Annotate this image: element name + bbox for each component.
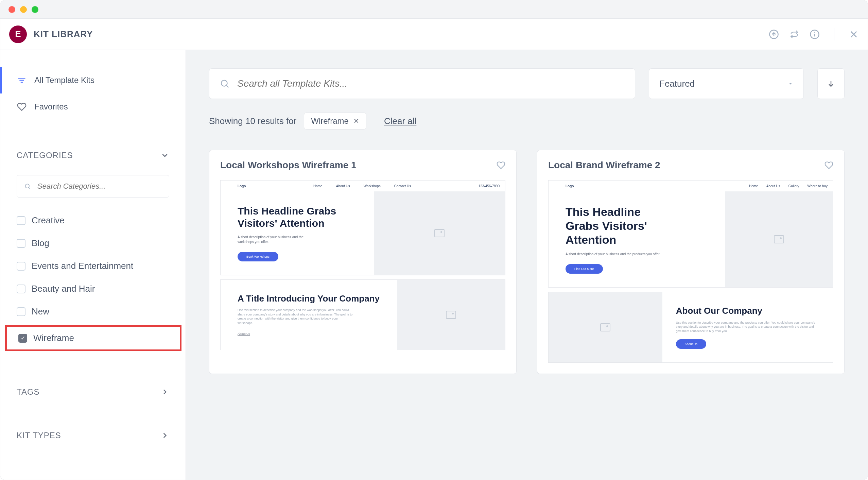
category-label: New	[32, 306, 49, 317]
filter-chip-wireframe: Wireframe ✕	[304, 113, 366, 130]
categories-toggle[interactable]: CATEGORIES	[17, 151, 169, 160]
preview-about-text: Use this section to describe your compan…	[238, 308, 353, 325]
preview-nav-link: Where to buy	[808, 184, 828, 188]
sort-selected: Featured	[659, 79, 695, 89]
search-input[interactable]	[237, 78, 625, 89]
search-icon	[220, 79, 230, 89]
brand-title: KIT LIBRARY	[34, 29, 93, 39]
svg-point-9	[25, 184, 29, 188]
kit-card[interactable]: Local Workshops Wireframe 1 Logo Home Ab	[209, 150, 517, 374]
category-creative[interactable]: Creative	[0, 209, 186, 232]
svg-marker-13	[789, 83, 792, 85]
tags-section: TAGS	[0, 377, 186, 404]
category-wireframe[interactable]: ✓ Wireframe	[7, 327, 180, 349]
refresh-icon[interactable]	[789, 29, 799, 39]
preview-logo: Logo	[238, 184, 246, 188]
checkbox	[17, 262, 25, 271]
preview-nav-link: Contact Us	[394, 184, 411, 188]
preview-nav-link: About Us	[336, 184, 350, 188]
preview-nav-link: Gallery	[788, 184, 799, 188]
preview-hero-button: Book Workshops	[238, 252, 278, 261]
close-icon[interactable]	[849, 29, 859, 39]
image-placeholder-icon	[434, 229, 445, 237]
app-header: E KIT LIBRARY	[0, 19, 868, 50]
category-beauty[interactable]: Beauty and Hair	[0, 277, 186, 300]
clear-all-link[interactable]: Clear all	[384, 116, 416, 126]
preview-hero-button: Find Out More	[566, 264, 603, 274]
category-search-input[interactable]	[17, 175, 169, 198]
info-icon[interactable]	[810, 29, 820, 39]
sort-dropdown[interactable]: Featured	[649, 68, 804, 99]
preview-phone: 123-456-7890	[479, 184, 500, 188]
category-label: Beauty and Hair	[32, 284, 95, 294]
preview-nav: Logo Home About Us Gallery Where to buy	[549, 181, 833, 191]
preview-about-link: About Us	[238, 332, 250, 336]
category-label: Wireframe	[33, 333, 74, 343]
image-placeholder-icon	[774, 235, 784, 243]
preview-nav-link: Home	[749, 184, 758, 188]
nav-all-template-kits[interactable]: All Template Kits	[0, 67, 186, 93]
window-minimize-dot[interactable]	[20, 6, 27, 13]
image-placeholder-icon	[446, 311, 456, 319]
checkbox	[17, 285, 25, 293]
search-box	[209, 68, 635, 99]
category-events[interactable]: Events and Entertainment	[0, 255, 186, 277]
preview-logo: Logo	[566, 184, 574, 188]
preview-about-title: A Title Introducing Your Company	[238, 293, 387, 304]
category-new[interactable]: New	[0, 300, 186, 323]
card-title: Local Brand Wireframe 2	[548, 160, 660, 171]
kit-preview: Logo Home About Us Gallery Where to buy	[537, 180, 844, 374]
preview-nav: Logo Home About Us Workshops Contact Us …	[221, 181, 505, 191]
window-maximize-dot[interactable]	[32, 6, 38, 13]
preview-hero-headline: This Headline Grabs Visitors' Attention	[566, 205, 674, 246]
category-search	[17, 175, 169, 198]
divider	[834, 28, 834, 40]
nav-favorites[interactable]: Favorites	[0, 93, 186, 120]
favorite-button[interactable]	[497, 161, 505, 170]
preview-nav-link: Home	[313, 184, 323, 188]
search-icon	[24, 183, 31, 190]
svg-point-11	[221, 80, 227, 86]
category-label: Creative	[32, 215, 65, 226]
kit-preview: Logo Home About Us Workshops Contact Us …	[209, 180, 516, 361]
categories-section: CATEGORIES	[0, 140, 186, 167]
nav-label: All Template Kits	[34, 75, 94, 85]
chip-label: Wireframe	[311, 116, 349, 126]
checkbox-checked: ✓	[18, 334, 27, 343]
chevron-right-icon	[160, 388, 169, 396]
tags-toggle[interactable]: TAGS	[17, 387, 169, 397]
svg-line-12	[227, 86, 228, 87]
filter-icon	[17, 75, 27, 85]
preview-about-title: About Our Company	[676, 306, 819, 316]
favorite-button[interactable]	[824, 161, 833, 170]
heart-icon	[17, 102, 27, 112]
checkbox	[17, 307, 25, 316]
preview-nav-link: Workshops	[364, 184, 381, 188]
upload-icon[interactable]	[769, 29, 779, 39]
sidebar: All Template Kits Favorites CATEGORIES	[0, 50, 186, 480]
highlighted-filter: ✓ Wireframe	[5, 325, 181, 351]
category-blog[interactable]: Blog	[0, 232, 186, 255]
svg-line-10	[29, 188, 30, 189]
preview-hero-headline: This Headline Grabs Visitors' Attention	[238, 205, 374, 229]
category-label: Events and Entertainment	[32, 261, 133, 271]
sort-direction-button[interactable]	[817, 68, 845, 99]
preview-nav-link: About Us	[766, 184, 780, 188]
kit-card[interactable]: Local Brand Wireframe 2 Logo Home About	[537, 150, 845, 374]
svg-point-3	[814, 32, 815, 32]
chevron-right-icon	[160, 431, 169, 440]
image-placeholder-icon	[600, 323, 610, 331]
chevron-down-icon	[160, 151, 169, 160]
preview-hero-sub: A short description of your business and…	[566, 252, 725, 257]
checkbox	[17, 239, 25, 248]
nav-label: Favorites	[34, 102, 68, 112]
card-title: Local Workshops Wireframe 1	[220, 160, 357, 171]
window-close-dot[interactable]	[8, 6, 15, 13]
titlebar	[0, 0, 868, 19]
kit-types-toggle[interactable]: KIT TYPES	[17, 431, 169, 440]
chip-remove-icon[interactable]: ✕	[353, 117, 359, 125]
caret-down-icon	[788, 81, 793, 86]
checkbox	[17, 216, 25, 225]
section-title: KIT TYPES	[17, 431, 61, 440]
section-title: CATEGORIES	[17, 151, 73, 160]
